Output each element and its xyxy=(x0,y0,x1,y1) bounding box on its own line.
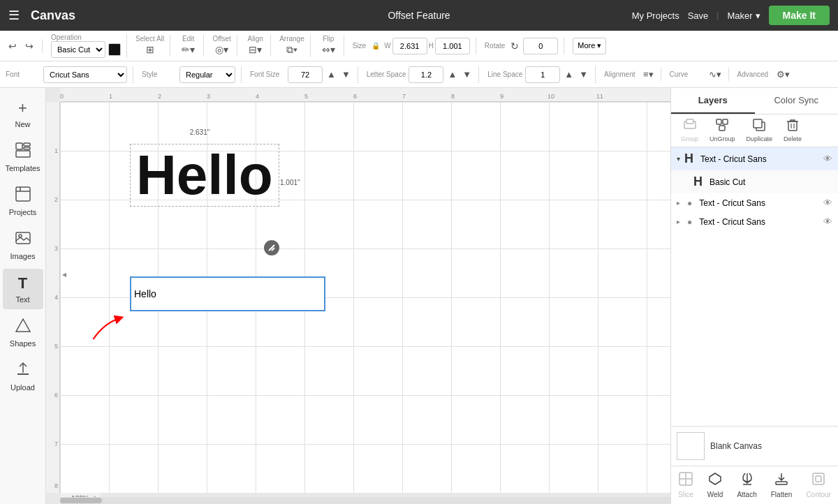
curve-button[interactable]: ∿▾ xyxy=(707,68,723,81)
size-h-input[interactable] xyxy=(435,38,470,54)
curve-group: Curve ∿▾ xyxy=(670,68,729,81)
lock-icon[interactable]: 🔒 xyxy=(369,40,383,51)
layer-sub-item-1[interactable]: H Basic Cut xyxy=(671,170,838,193)
canvas-info-label: Blank Canvas xyxy=(710,441,762,451)
offset-button[interactable]: ◎▾ xyxy=(212,43,231,57)
svg-rect-0 xyxy=(16,143,22,149)
font-select[interactable]: Cricut Sans xyxy=(43,66,127,83)
page-title: Offset Feature xyxy=(388,10,450,21)
alignment-button[interactable]: ≡▾ xyxy=(642,68,655,81)
slice-button[interactable]: Slice xyxy=(674,470,698,500)
resize-handle[interactable] xyxy=(264,240,279,255)
font-size-input[interactable] xyxy=(288,66,323,83)
svg-marker-9 xyxy=(16,319,30,332)
layer-item-3[interactable]: ▸ ● Text - Cricut Sans 👁 xyxy=(671,212,838,231)
my-projects-link[interactable]: My Projects xyxy=(632,10,679,21)
operation-label: Operation xyxy=(51,34,121,41)
canvas-grid[interactable]: 2.631" Hello 1.001" xyxy=(60,102,670,493)
font-size-label: Font Size xyxy=(250,71,285,78)
line-space-input[interactable] xyxy=(525,66,560,83)
more-button[interactable]: More ▾ xyxy=(573,38,606,54)
layer-item-2[interactable]: ▸ ● Text - Cricut Sans 👁 xyxy=(671,193,838,212)
weld-button[interactable]: Weld xyxy=(703,470,728,500)
weld-icon xyxy=(708,472,722,489)
eye-icon-2[interactable]: 👁 xyxy=(823,198,832,208)
tab-layers[interactable]: Layers xyxy=(671,88,755,114)
operation-select[interactable]: Basic Cut xyxy=(51,41,105,58)
right-panel: Layers Color Sync Group xyxy=(670,88,838,504)
letter-space-down-icon[interactable]: ▼ xyxy=(461,68,473,81)
sidebar-item-upload[interactable]: Upload xyxy=(3,356,43,397)
advanced-button[interactable]: ⚙▾ xyxy=(775,68,791,81)
letter-space-up-icon[interactable]: ▲ xyxy=(446,68,458,81)
shapes-icon xyxy=(15,318,31,336)
collapse-arrow-icon[interactable]: ◂ xyxy=(62,269,66,279)
rotate-input[interactable] xyxy=(523,38,558,54)
plus-icon: + xyxy=(18,99,27,117)
svg-rect-2 xyxy=(24,147,30,149)
make-it-button[interactable]: Make It xyxy=(769,6,830,25)
ungroup-icon xyxy=(716,119,728,134)
delete-button[interactable]: Delete xyxy=(779,117,806,144)
layer-sub-name-1: Basic Cut xyxy=(710,177,832,187)
maker-dropdown[interactable]: Maker ▾ xyxy=(727,10,760,21)
app-title: Canvas xyxy=(31,8,75,23)
select-all-button[interactable]: ⊞ xyxy=(143,43,157,57)
duplicate-button[interactable]: Duplicate xyxy=(742,117,777,144)
contour-button[interactable]: Contour xyxy=(802,470,835,500)
hello-text-container[interactable]: Hello xyxy=(130,144,279,207)
undo-redo-group: ↩ ↪ xyxy=(6,39,43,53)
rotate-icon[interactable]: ↻ xyxy=(508,39,522,53)
font-size-down-icon[interactable]: ▼ xyxy=(340,68,352,81)
letter-space-input[interactable] xyxy=(409,66,443,83)
save-button[interactable]: Save xyxy=(688,10,709,21)
menu-icon[interactable]: ☰ xyxy=(8,8,20,23)
size-w-input[interactable] xyxy=(392,38,427,54)
group-button[interactable]: Group xyxy=(677,117,703,144)
line-space-up-icon[interactable]: ▲ xyxy=(563,68,575,81)
sidebar-item-shapes[interactable]: Shapes xyxy=(3,312,43,353)
flatten-button[interactable]: Flatten xyxy=(767,470,797,500)
ungroup-button[interactable]: UnGroup xyxy=(705,117,740,144)
scrollbar-thumb[interactable] xyxy=(60,498,102,503)
layer-item-1[interactable]: ▾ H Text - Cricut Sans 👁 xyxy=(671,147,838,170)
eye-icon-1[interactable]: 👁 xyxy=(823,154,832,164)
annotation-arrow xyxy=(88,308,130,350)
style-select[interactable]: Regular xyxy=(179,66,235,83)
text-input-box[interactable] xyxy=(130,276,325,311)
rotate-group: Rotate ↻ xyxy=(485,38,564,54)
flip-button[interactable]: ⇔▾ xyxy=(319,43,338,57)
flip-label: Flip xyxy=(323,35,334,43)
attach-button[interactable]: Attach xyxy=(733,470,760,500)
sidebar-item-templates[interactable]: Templates xyxy=(3,137,43,178)
letter-space-label: Letter Space xyxy=(367,71,406,78)
undo-button[interactable]: ↩ xyxy=(6,39,20,53)
edit-button[interactable]: ✏▾ xyxy=(179,43,198,57)
tab-color-sync[interactable]: Color Sync xyxy=(755,88,839,114)
align-button[interactable]: ⊟▾ xyxy=(246,43,265,57)
canvas-area[interactable]: 0 1 2 3 4 5 6 7 8 9 10 11 1 2 3 4 5 xyxy=(46,88,670,504)
line-space-down-icon[interactable]: ▼ xyxy=(578,68,589,81)
style-label: Style xyxy=(142,71,177,78)
redo-button[interactable]: ↪ xyxy=(22,39,36,53)
eye-icon-3[interactable]: 👁 xyxy=(823,216,832,227)
sidebar-item-text[interactable]: T Text xyxy=(3,269,43,309)
font-size-up-icon[interactable]: ▲ xyxy=(325,68,337,81)
upload-icon xyxy=(15,362,31,380)
color-swatch[interactable] xyxy=(108,43,121,56)
delete-icon xyxy=(786,119,799,134)
text-input[interactable] xyxy=(134,288,321,299)
projects-icon xyxy=(15,186,31,205)
size-group: Size 🔒 W H xyxy=(353,38,476,54)
horizontal-scrollbar[interactable] xyxy=(60,497,670,504)
arrange-button[interactable]: ⧉▾ xyxy=(284,43,300,57)
sidebar-item-new[interactable]: + New xyxy=(3,94,43,134)
operation-group: Operation Basic Cut xyxy=(51,34,127,58)
sidebar-item-images[interactable]: Images xyxy=(3,225,43,266)
size-w-label: W xyxy=(384,42,390,50)
svg-rect-17 xyxy=(754,119,762,128)
alignment-group: Alignment ≡▾ xyxy=(604,68,661,81)
sidebar-item-projects[interactable]: Projects xyxy=(3,181,43,222)
main-area: + New Templates Proje xyxy=(0,88,838,504)
svg-rect-13 xyxy=(716,119,721,124)
